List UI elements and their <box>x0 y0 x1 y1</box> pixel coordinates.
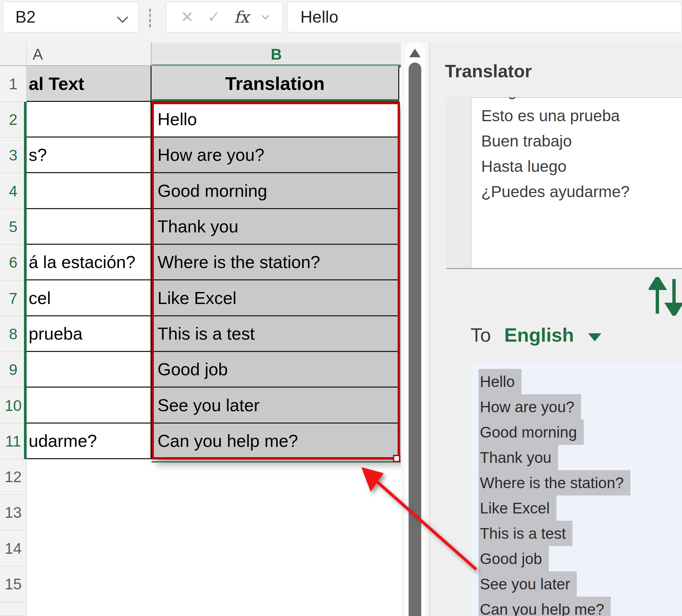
result-text: Where is the station? <box>479 470 630 496</box>
name-box-value: B2 <box>15 7 36 27</box>
row-header-4[interactable]: 4 <box>0 173 27 209</box>
column-header-a[interactable]: A <box>27 43 152 66</box>
source-scrollbar-gutter[interactable] <box>446 97 472 268</box>
cell-a2[interactable] <box>27 102 152 138</box>
cancel-icon[interactable]: ✕ <box>181 8 194 26</box>
source-line-clipped: Me gusta Excel <box>481 97 681 103</box>
cell-a11[interactable]: udarme? <box>27 424 152 459</box>
cell-text: al Text <box>29 73 84 94</box>
cell-a8[interactable]: prueba <box>27 316 152 352</box>
cell-b7[interactable]: Like Excel <box>152 280 399 316</box>
cell-b6[interactable]: Where is the station? <box>152 245 399 280</box>
swap-languages-icon[interactable] <box>649 277 682 316</box>
select-all-corner[interactable] <box>0 43 27 66</box>
row-header-12[interactable]: 12 <box>0 459 27 495</box>
cell-text: Like Excel <box>158 288 236 308</box>
cell-b1[interactable]: Translation <box>152 66 399 102</box>
result-line: Good morning <box>479 419 678 445</box>
target-language-row[interactable]: To English <box>471 324 601 346</box>
cell-b2-active[interactable]: Hello <box>152 102 399 138</box>
cell-a9[interactable] <box>27 352 152 388</box>
cell-b8[interactable]: This is a test <box>152 316 399 352</box>
cell-b10[interactable]: See you later <box>152 388 399 424</box>
enter-icon[interactable]: ✓ <box>207 8 221 26</box>
cell-b4[interactable]: Good morning <box>152 173 399 209</box>
cell-text: Thank you <box>158 216 238 236</box>
name-box[interactable]: B2 <box>3 1 139 32</box>
row-number: 15 <box>5 575 22 593</box>
row-header-10[interactable]: 10 <box>0 388 27 424</box>
table-green-line <box>152 461 401 462</box>
row-number: 4 <box>9 182 18 200</box>
cell-a1[interactable]: al Text <box>27 66 152 102</box>
scroll-up-icon[interactable] <box>409 49 420 57</box>
result-line: This is a test <box>479 521 678 546</box>
selected-rows-accent <box>24 102 27 459</box>
cell-text: s? <box>29 145 47 165</box>
cell-b9[interactable]: Good job <box>152 352 399 388</box>
result-text: Good morning <box>479 419 584 445</box>
row-header-8[interactable]: 8 <box>0 316 27 352</box>
cell-a5[interactable] <box>27 209 152 245</box>
cell-text: udarme? <box>29 431 97 451</box>
cell-text: á la estación? <box>29 252 136 272</box>
chevron-down-icon[interactable] <box>117 12 128 23</box>
cell-a6[interactable]: á la estación? <box>27 245 152 280</box>
row-header-5[interactable]: 5 <box>0 209 27 245</box>
row-number: 2 <box>9 111 18 129</box>
row-header-7[interactable]: 7 <box>0 280 27 316</box>
table-green-line <box>152 99 399 101</box>
row-header-14[interactable]: 14 <box>0 530 27 566</box>
cell-text: This is a test <box>158 324 255 344</box>
column-header-b[interactable]: B <box>152 43 401 66</box>
result-line: Where is the station? <box>479 470 678 496</box>
cell-a10[interactable] <box>27 388 152 424</box>
dropdown-triangle-icon[interactable] <box>588 333 601 341</box>
cell-b5[interactable]: Thank you <box>152 209 399 245</box>
cell-b11[interactable]: Can you help me? <box>152 424 399 459</box>
row-number: 5 <box>9 218 18 236</box>
row-header-1[interactable]: 1 <box>0 66 27 102</box>
cell-text: prueba <box>29 324 83 344</box>
row-header-6[interactable]: 6 <box>0 245 27 280</box>
row-header-15[interactable]: 15 <box>0 566 27 602</box>
row-header-2[interactable]: 2 <box>0 102 27 138</box>
cell-text: Hello <box>158 109 197 129</box>
row-number: 14 <box>5 540 22 557</box>
result-line: See you later <box>479 571 678 597</box>
row-header-9[interactable]: 9 <box>0 352 27 388</box>
formula-value: Hello <box>300 7 338 27</box>
cell-text: Good morning <box>158 181 267 201</box>
cell-a7[interactable]: cel <box>27 280 152 316</box>
pane-title: Translator <box>445 61 532 81</box>
cell-a3[interactable]: s? <box>27 138 152 173</box>
formula-bar-strip: B2 ✕ ✓ fx Hello <box>0 0 682 42</box>
chevron-down-icon[interactable] <box>262 12 269 20</box>
cell-a4[interactable] <box>27 173 152 209</box>
row-header-3[interactable]: 3 <box>0 138 27 173</box>
row-number: 6 <box>9 253 18 271</box>
row-header-13[interactable]: 13 <box>0 495 27 530</box>
formula-input[interactable]: Hello <box>287 1 682 32</box>
cell-text: Can you help me? <box>158 431 298 451</box>
result-text: This is a test <box>479 521 572 546</box>
to-language-dropdown[interactable]: English <box>504 324 574 346</box>
row-header-16[interactable] <box>0 602 27 616</box>
result-text: How are you? <box>479 394 581 419</box>
cell-b3[interactable]: How are you? <box>152 138 399 173</box>
cell-text: How are you? <box>158 145 265 165</box>
source-line: Buen trabajo <box>481 129 681 154</box>
result-line: How are you? <box>479 394 678 419</box>
source-text: Me gusta Excel Esto es una prueba Buen t… <box>481 97 681 268</box>
row-number: 3 <box>9 146 18 164</box>
formula-buttons-group: ✕ ✓ fx <box>166 1 283 32</box>
row-header-11[interactable]: 11 <box>0 424 27 459</box>
fill-handle[interactable] <box>393 455 400 462</box>
row-number: 11 <box>5 432 21 450</box>
formula-bar-separator <box>149 9 151 27</box>
cell-text: cel <box>29 288 51 308</box>
result-line: Can you help me? <box>479 597 678 616</box>
insert-function-icon[interactable]: fx <box>234 8 249 26</box>
vertical-scrollbar-thumb[interactable] <box>409 63 421 616</box>
row-number: 8 <box>9 325 18 343</box>
